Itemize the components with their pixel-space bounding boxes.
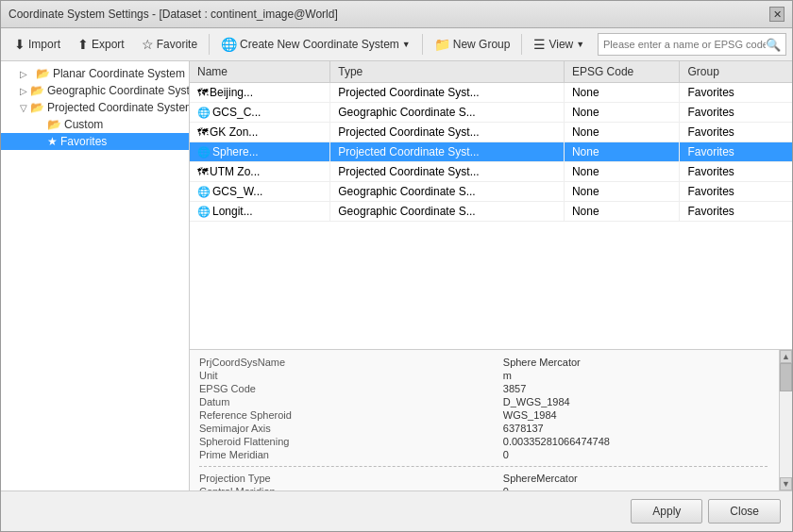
table-body: 🗺Beijing...Projected Coordinate Syst...N… — [190, 83, 792, 222]
detail-panel: PrjCoordSysNameSphere MercatorUnitmEPSG … — [190, 349, 792, 490]
cell-type-2: Projected Coordinate Syst... — [330, 123, 565, 142]
table-row[interactable]: 🗺Beijing...Projected Coordinate Syst...N… — [190, 83, 792, 103]
detail-key: Prime Meridian — [199, 448, 503, 461]
favorite-icon: ☆ — [142, 37, 154, 52]
detail-key: Semimajor Axis — [199, 422, 503, 435]
cell-type-3: Projected Coordinate Syst... — [330, 142, 565, 162]
col-header-type[interactable]: Type — [330, 61, 565, 83]
cell-name-5: 🌐GCS_W... — [190, 182, 330, 202]
toolbar: ⬇ Import ⬆ Export ☆ Favorite 🌐 Create Ne… — [1, 28, 792, 61]
cell-name-0: 🗺Beijing... — [190, 83, 330, 103]
cell-epsg-4: None — [564, 162, 680, 182]
cell-epsg-5: None — [564, 182, 680, 202]
apply-button[interactable]: Apply — [631, 499, 702, 524]
scroll-down-button[interactable]: ▼ — [780, 477, 792, 490]
detail-row: Unitm — [199, 369, 768, 382]
detail-scrollbar[interactable]: ▲ ▼ — [779, 350, 792, 490]
title-bar: Coordinate System Settings - [Dataset : … — [1, 1, 792, 28]
col-header-group[interactable]: Group — [680, 61, 792, 83]
new-group-button[interactable]: 📁 New Group — [427, 32, 518, 57]
detail-row: PrjCoordSysNameSphere Mercator — [199, 356, 768, 369]
detail-row: Projection TypeSphereMercator — [199, 472, 768, 485]
create-new-button[interactable]: 🌐 Create New Coordinate System ▼ — [213, 32, 418, 57]
detail-value: Sphere Mercator — [503, 356, 768, 369]
tree-item-custom[interactable]: 📂Custom — [1, 116, 189, 133]
detail-key: Reference Spheroid — [199, 408, 503, 422]
tree-expander-geographic: ▷ — [20, 86, 27, 96]
right-panel: Name Type EPSG Code Group 🗺Beijing...Pro… — [190, 61, 792, 490]
close-button[interactable]: Close — [708, 499, 781, 524]
detail-key: Datum — [199, 395, 503, 408]
tree-icon-custom: 📂 — [47, 118, 61, 131]
main-content: ▷📂Planar Coordinate System▷📂Geographic C… — [1, 61, 792, 490]
scroll-up-button[interactable]: ▲ — [780, 350, 792, 363]
cell-name-4: 🗺UTM Zo... — [190, 162, 330, 182]
detail-row: EPSG Code3857 — [199, 382, 768, 395]
cell-group-3: Favorites — [680, 142, 792, 162]
import-button[interactable]: ⬇ Import — [7, 32, 68, 57]
tree-label-geographic: Geographic Coordinate System — [47, 84, 190, 97]
detail-row: DatumD_WGS_1984 — [199, 395, 768, 408]
new-group-icon: 📁 — [434, 37, 450, 52]
cell-type-1: Geographic Coordinate S... — [330, 103, 565, 123]
tree-expander-projected: ▽ — [20, 103, 27, 113]
tree-label-projected: Projected Coordinate System — [47, 101, 190, 114]
detail-value: D_WGS_1984 — [503, 395, 768, 408]
table-row[interactable]: 🌐Sphere...Projected Coordinate Syst...No… — [190, 142, 792, 162]
table-row[interactable]: 🗺UTM Zo...Projected Coordinate Syst...No… — [190, 162, 792, 182]
table-header-row: Name Type EPSG Code Group — [190, 61, 792, 83]
import-label: Import — [28, 38, 60, 51]
tree-item-projected[interactable]: ▽📂Projected Coordinate System — [1, 99, 189, 116]
cell-group-6: Favorites — [680, 202, 792, 222]
cell-name-2: 🗺GK Zon... — [190, 123, 330, 142]
row-icon-3: 🌐 — [197, 146, 211, 158]
tree-label-planar: Planar Coordinate System — [53, 67, 185, 80]
scroll-thumb[interactable] — [780, 363, 792, 391]
table-row[interactable]: 🌐Longit...Geographic Coordinate S...None… — [190, 202, 792, 222]
table-row[interactable]: 🌐GCS_C...Geographic Coordinate S...NoneF… — [190, 103, 792, 123]
coordinate-table: Name Type EPSG Code Group 🗺Beijing...Pro… — [190, 61, 792, 222]
view-icon: ☰ — [533, 37, 546, 52]
cell-type-5: Geographic Coordinate S... — [330, 182, 565, 202]
separator-1 — [209, 34, 210, 55]
cell-group-0: Favorites — [680, 83, 792, 103]
favorite-button[interactable]: ☆ Favorite — [134, 32, 205, 57]
search-box[interactable]: 🔍 — [598, 33, 786, 56]
col-header-name[interactable]: Name — [190, 61, 330, 83]
new-group-label: New Group — [453, 38, 511, 51]
import-icon: ⬇ — [14, 37, 25, 52]
cell-type-6: Geographic Coordinate S... — [330, 202, 565, 222]
row-icon-0: 🗺 — [197, 87, 208, 98]
detail-value: 0.0033528106647474​8 — [503, 435, 768, 448]
detail-value: 0 — [503, 485, 768, 490]
footer: Apply Close — [1, 490, 792, 531]
cell-group-4: Favorites — [680, 162, 792, 182]
row-icon-4: 🗺 — [197, 166, 208, 177]
cell-group-5: Favorites — [680, 182, 792, 202]
tree-item-planar[interactable]: ▷📂Planar Coordinate System — [1, 65, 189, 82]
cell-epsg-0: None — [564, 83, 680, 103]
main-window: Coordinate System Settings - [Dataset : … — [0, 0, 793, 532]
cell-group-1: Favorites — [680, 103, 792, 123]
tree-item-favorites[interactable]: ★Favorites — [1, 133, 189, 150]
export-button[interactable]: ⬆ Export — [70, 32, 132, 57]
table-row[interactable]: 🌐GCS_W...Geographic Coordinate S...NoneF… — [190, 182, 792, 202]
search-input[interactable] — [603, 39, 766, 50]
close-window-button[interactable]: ✕ — [769, 7, 785, 22]
col-header-epsg[interactable]: EPSG Code — [564, 61, 680, 83]
row-icon-6: 🌐 — [197, 206, 211, 217]
cell-name-6: 🌐Longit... — [190, 202, 330, 222]
table-row[interactable]: 🗺GK Zon...Projected Coordinate Syst...No… — [190, 123, 792, 142]
cell-name-1: 🌐GCS_C... — [190, 103, 330, 123]
detail-value: 0 — [503, 448, 768, 461]
row-icon-2: 🗺 — [197, 126, 208, 138]
tree-icon-projected: 📂 — [30, 101, 44, 114]
detail-key: Spheroid Flattening — [199, 435, 503, 448]
detail-row: Semimajor Axis6378137 — [199, 422, 768, 435]
detail-value: 6378137 — [503, 422, 768, 435]
detail-key: EPSG Code — [199, 382, 503, 395]
tree-item-geographic[interactable]: ▷📂Geographic Coordinate System — [1, 82, 189, 99]
view-button[interactable]: ☰ View ▼ — [526, 32, 592, 57]
create-new-dropdown-icon: ▼ — [402, 40, 411, 49]
detail-value: 3857 — [503, 382, 768, 395]
